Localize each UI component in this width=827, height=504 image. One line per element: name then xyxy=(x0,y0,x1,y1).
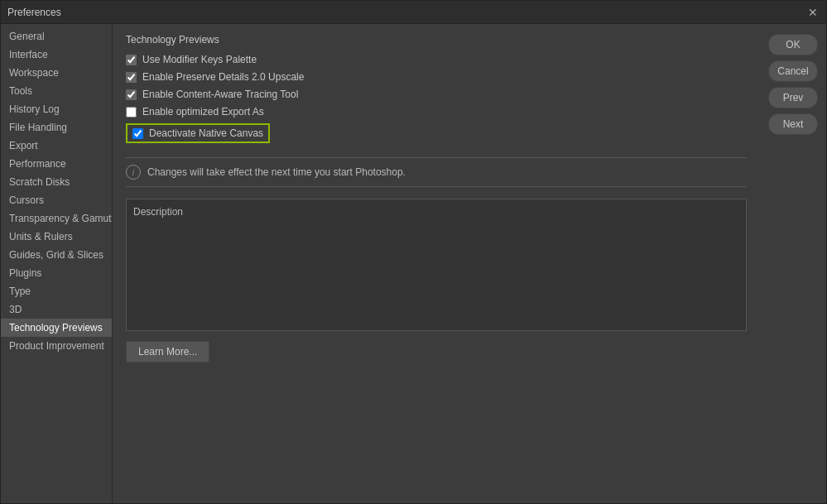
description-box: Description xyxy=(126,199,747,331)
checkbox-row-2: Enable Content-Aware Tracing Tool xyxy=(126,89,747,100)
section-title: Technology Previews xyxy=(126,34,747,46)
checkboxes-container: Use Modifier Keys PaletteEnable Preserve… xyxy=(126,54,747,118)
sidebar-item-product-improvement[interactable]: Product Improvement xyxy=(1,337,112,355)
checkbox-row-0: Use Modifier Keys Palette xyxy=(126,54,747,65)
checkbox-label-2[interactable]: Enable Content-Aware Tracing Tool xyxy=(142,89,298,100)
close-button[interactable]: ✕ xyxy=(806,6,820,19)
main-content: Technology Previews Use Modifier Keys Pa… xyxy=(113,24,760,503)
ok-button[interactable]: OK xyxy=(768,34,818,55)
content-area: GeneralInterfaceWorkspaceToolsHistory Lo… xyxy=(1,24,826,503)
learn-more-button[interactable]: Learn More... xyxy=(126,341,209,362)
checkbox-label-1[interactable]: Enable Preserve Details 2.0 Upscale xyxy=(142,71,304,83)
checkbox-cb4[interactable] xyxy=(126,107,137,118)
sidebar-item-tools[interactable]: Tools xyxy=(1,82,112,100)
preferences-window: Preferences ✕ GeneralInterfaceWorkspaceT… xyxy=(0,0,827,504)
sidebar-item-performance[interactable]: Performance xyxy=(1,155,112,173)
sidebar-item-guides-grid-slices[interactable]: Guides, Grid & Slices xyxy=(1,246,112,264)
checkbox-label-3[interactable]: Enable optimized Export As xyxy=(142,106,264,118)
description-title: Description xyxy=(133,206,739,218)
sidebar-item-3d[interactable]: 3D xyxy=(1,300,112,319)
sidebar-item-history-log[interactable]: History Log xyxy=(1,100,112,118)
checkbox-label-0[interactable]: Use Modifier Keys Palette xyxy=(142,54,257,65)
main-body: Technology Previews Use Modifier Keys Pa… xyxy=(113,24,826,503)
sidebar-item-cursors[interactable]: Cursors xyxy=(1,191,112,209)
info-icon: i xyxy=(126,165,141,180)
sidebar-item-interface[interactable]: Interface xyxy=(1,46,112,64)
sidebar-item-workspace[interactable]: Workspace xyxy=(1,64,112,82)
window-title: Preferences xyxy=(7,7,61,18)
sidebar-item-file-handling[interactable]: File Handling xyxy=(1,118,112,137)
sidebar-item-units-rulers[interactable]: Units & Rulers xyxy=(1,228,112,246)
deactivate-native-canvas-label: Deactivate Native Canvas xyxy=(149,127,263,139)
sidebar-item-general[interactable]: General xyxy=(1,27,112,46)
checkbox-row-3: Enable optimized Export As xyxy=(126,106,747,118)
deactivate-native-canvas-checkbox[interactable] xyxy=(132,128,143,139)
sidebar-item-type[interactable]: Type xyxy=(1,282,112,300)
cancel-button[interactable]: Cancel xyxy=(768,60,818,82)
checkbox-cb3[interactable] xyxy=(126,89,137,100)
deactivate-native-canvas-row[interactable]: Deactivate Native Canvas xyxy=(126,123,270,143)
info-row: i Changes will take effect the next time… xyxy=(126,157,747,187)
titlebar: Preferences ✕ xyxy=(1,1,826,24)
sidebar-item-plugins[interactable]: Plugins xyxy=(1,264,112,282)
sidebar-item-transparency-gamut[interactable]: Transparency & Gamut xyxy=(1,209,112,228)
sidebar-item-export[interactable]: Export xyxy=(1,137,112,155)
side-buttons: OK Cancel Prev Next xyxy=(760,24,826,503)
sidebar-item-technology-previews[interactable]: Technology Previews xyxy=(1,319,112,337)
next-button[interactable]: Next xyxy=(768,113,818,135)
checkbox-cb1[interactable] xyxy=(126,55,137,65)
sidebar: GeneralInterfaceWorkspaceToolsHistory Lo… xyxy=(1,24,113,503)
sidebar-item-scratch-disks[interactable]: Scratch Disks xyxy=(1,173,112,191)
checkbox-cb2[interactable] xyxy=(126,72,137,83)
info-text: Changes will take effect the next time y… xyxy=(147,166,406,178)
checkbox-row-1: Enable Preserve Details 2.0 Upscale xyxy=(126,71,747,83)
prev-button[interactable]: Prev xyxy=(768,87,818,108)
